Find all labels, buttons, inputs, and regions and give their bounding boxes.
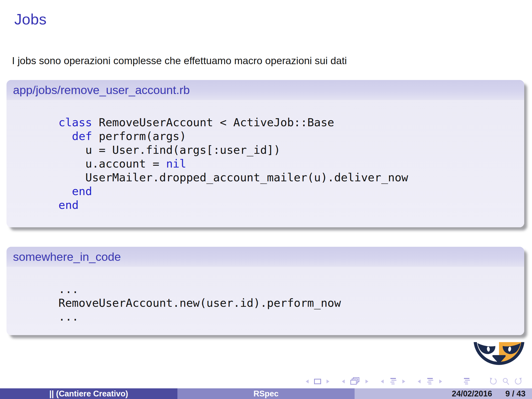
search-icon[interactable] — [502, 377, 509, 385]
code-block-file: app/jobs/remove_user_account.rb class Re… — [6, 80, 524, 227]
prev-section-icon[interactable] — [417, 379, 421, 384]
subsection-list-icon[interactable] — [389, 378, 397, 385]
next-slide-icon[interactable] — [326, 379, 330, 384]
footer-deck-title: RSpec — [177, 388, 355, 399]
undo-history-icon[interactable] — [489, 377, 497, 385]
code-block-file-title: app/jobs/remove_user_account.rb — [13, 83, 190, 97]
prev-subsection-icon[interactable] — [381, 379, 384, 384]
code-block-usage-code: ...RemoveUserAccount.new(user.id).perfor… — [6, 267, 524, 324]
footer-author: || (Cantiere Creativo) — [0, 388, 177, 399]
code-block-usage-header: somewhere_in_code — [6, 247, 524, 267]
next-section-icon[interactable] — [439, 379, 442, 384]
slide: Jobs I jobs sono operazioni complesse ch… — [0, 0, 532, 399]
frame-title: Jobs — [14, 10, 47, 28]
next-subsection-icon[interactable] — [402, 379, 405, 384]
section-list-icon[interactable] — [426, 378, 434, 385]
footer-date: 24/02/2016 — [452, 389, 492, 398]
beamer-nav — [305, 377, 522, 386]
footer-page-number: 9 / 43 — [505, 389, 526, 398]
code-block-usage-title: somewhere_in_code — [13, 250, 121, 264]
intro-text: I jobs sono operazioni complesse che eff… — [12, 55, 347, 66]
cantiere-creativo-cat-logo — [474, 342, 524, 365]
redo-history-icon[interactable] — [515, 377, 522, 385]
prev-slide-icon[interactable] — [305, 379, 309, 384]
footer-right: 24/02/2016 9 / 43 — [355, 388, 532, 399]
code-block-file-code: class RemoveUserAccount < ActiveJob::Bas… — [6, 100, 524, 212]
frames-stack-icon[interactable] — [350, 377, 360, 385]
code-block-usage: somewhere_in_code ...RemoveUserAccount.n… — [6, 247, 524, 335]
code-block-file-header: app/jobs/remove_user_account.rb — [6, 80, 524, 100]
appendix-list-icon[interactable] — [463, 378, 470, 385]
footline: || (Cantiere Creativo) RSpec 24/02/2016 … — [0, 388, 532, 399]
next-frame-icon[interactable] — [365, 379, 369, 384]
frame-icon[interactable] — [314, 379, 321, 384]
prev-frame-icon[interactable] — [342, 379, 345, 384]
